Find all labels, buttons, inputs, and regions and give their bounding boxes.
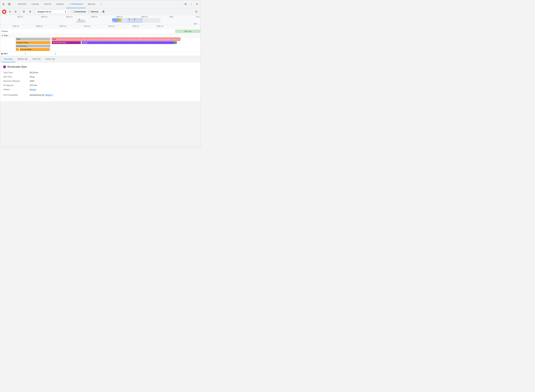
gpu-label[interactable]: ▶ GPU bbox=[0, 53, 16, 55]
tab-summary[interactable]: Summary bbox=[1, 56, 15, 62]
summary-row-total-time: Total Time 55.20 ms bbox=[3, 71, 197, 74]
memory-checkbox[interactable] bbox=[88, 11, 90, 13]
pending-for-label: Pending for bbox=[3, 84, 28, 86]
first-invalidated-link[interactable]: VM262:1 bbox=[45, 94, 53, 96]
summary-title-text: Recalculate Style bbox=[7, 65, 27, 68]
flame-task-1[interactable]: Task bbox=[16, 38, 50, 41]
flame-label-tasks bbox=[0, 37, 16, 41]
memory-checkbox-label[interactable]: Memory bbox=[88, 10, 98, 13]
timeline-overview[interactable]: 500 ms 1000 ms 1500 ms 2000 ms 2500 ms 3… bbox=[0, 15, 200, 25]
ruler-2050: 2050 ms bbox=[60, 25, 66, 27]
flame-anonymous[interactable]: (anonymous) bbox=[16, 45, 50, 47]
svg-rect-7 bbox=[112, 18, 142, 23]
record-button[interactable] bbox=[2, 9, 6, 14]
top-bar-icons bbox=[1, 2, 11, 6]
gpu-content bbox=[16, 51, 200, 56]
ruler-2000: 2000 ms bbox=[91, 16, 98, 18]
elements-affected-value: 1520 bbox=[30, 80, 34, 82]
screenshots-checkbox-label[interactable]: Screenshots bbox=[72, 10, 86, 13]
flame-task-2[interactable]: Task bbox=[52, 38, 180, 41]
svg-rect-0 bbox=[8, 3, 9, 5]
more-button[interactable]: ⋮ bbox=[189, 2, 193, 6]
summary-color-swatch bbox=[3, 65, 6, 68]
total-time-value: 55.20 ms bbox=[30, 71, 38, 74]
flame-content-tasks: Task Task bbox=[16, 37, 200, 41]
frames-row: Frames 116.7 ms bbox=[0, 29, 200, 34]
flame-content-setinner: set innerHTML P...L bbox=[16, 48, 200, 51]
flame-row-anonymous: (anonymous) bbox=[0, 44, 200, 48]
main-arrow: ▼ bbox=[1, 34, 3, 37]
first-invalidated-value: (anonymous) @ bbox=[30, 94, 44, 96]
ruler-3000: 3000 ms bbox=[141, 16, 148, 18]
first-invalidated-content: (anonymous) @ VM262:1 bbox=[30, 94, 53, 96]
cursor-icon[interactable] bbox=[1, 2, 6, 6]
flame-label-evaluate bbox=[0, 41, 16, 44]
tab-separator-right bbox=[181, 2, 181, 6]
flame-evaluate-script[interactable]: Evaluate Script bbox=[16, 41, 50, 44]
tab-console[interactable]: Console bbox=[29, 0, 41, 8]
top-bar-right: ⚙ ⋮ ✕ bbox=[183, 2, 199, 6]
screenshots-checkbox[interactable] bbox=[72, 11, 74, 13]
flame-label-setinner bbox=[0, 48, 16, 51]
download-button[interactable]: ⬇ bbox=[28, 9, 32, 14]
url-dropdown-icon: ▾ bbox=[65, 10, 66, 13]
url-value: jlwagner.net #1 bbox=[38, 10, 51, 13]
toolbar-left: ↻ ⊘ bbox=[2, 9, 18, 14]
first-invalidated-label: First Invalidated bbox=[3, 94, 28, 96]
tab-call-tree[interactable]: Call Tree bbox=[30, 56, 43, 62]
gpu-tick-2 bbox=[55, 53, 55, 55]
ruler-3500: 3500 bbox=[169, 16, 173, 18]
main-text: Main bbox=[4, 34, 8, 37]
svg-rect-1 bbox=[10, 4, 10, 5]
reload-button[interactable]: ↻ bbox=[8, 9, 12, 14]
ruler-2500: 2500 ms bbox=[116, 16, 123, 18]
main-header[interactable]: ▼ Main bbox=[0, 34, 200, 37]
toolbar-divider-1 bbox=[19, 10, 20, 14]
url-selector[interactable]: jlwagner.net #1 ▾ bbox=[36, 10, 67, 14]
summary-panel: Recalculate Style Total Time 55.20 ms Se… bbox=[0, 62, 200, 101]
tab-network[interactable]: Network bbox=[54, 0, 66, 8]
initiator-reveal-link[interactable]: Reveal bbox=[30, 88, 36, 91]
close-button[interactable]: ✕ bbox=[195, 2, 199, 6]
self-time-value: 19 μs bbox=[30, 76, 35, 78]
clear-button[interactable]: ⊘ bbox=[13, 9, 18, 14]
ruler-500: 500 ms bbox=[17, 16, 23, 18]
net-label: NET bbox=[194, 23, 197, 25]
frames-content: 116.7 ms bbox=[16, 29, 200, 33]
ruler-2000: 2000 ms bbox=[36, 25, 42, 27]
tab-event-log[interactable]: Event Log bbox=[43, 56, 57, 62]
upload-button[interactable]: ⬆ bbox=[22, 9, 26, 14]
ruler-1500: 1500 ms bbox=[66, 16, 73, 18]
memory-label: Memory bbox=[91, 10, 98, 13]
tab-elements[interactable]: Elements bbox=[15, 0, 29, 8]
timeline-ruler: 1950 ms 2000 ms 2050 ms 2100 ms 2150 ms … bbox=[0, 25, 200, 29]
tab-performance[interactable]: ⚠ Performance bbox=[66, 0, 85, 8]
summary-title: Recalculate Style bbox=[3, 65, 197, 68]
bottom-tabs: Summary Bottom-Up Call Tree Event Log bbox=[0, 56, 200, 62]
tab-bottom-up[interactable]: Bottom-Up bbox=[15, 56, 30, 62]
performance-toolbar: ↻ ⊘ ⬆ ⬇ jlwagner.net #1 ▾ Screenshots Me… bbox=[0, 8, 200, 15]
flame-layout[interactable]: Layout bbox=[82, 41, 174, 44]
trash-button[interactable]: 🗑 bbox=[102, 10, 105, 13]
summary-row-elements-affected: Elements Affected 1520 bbox=[3, 80, 197, 82]
flame-set-inner-html[interactable]: set innerHTML bbox=[20, 48, 50, 51]
main-tab-list: Elements Console Sources Network ⚠ Perfo… bbox=[15, 0, 179, 8]
frames-label: Frames bbox=[0, 30, 16, 33]
summary-row-first-invalidated: First Invalidated (anonymous) @ VM262:1 bbox=[3, 94, 197, 96]
flame-chart: Task Task Evaluate Script Recalculate St… bbox=[0, 37, 200, 51]
device-icon[interactable] bbox=[7, 2, 11, 6]
warning-icon: ⚠ bbox=[69, 3, 71, 5]
toolbar-right: ⚙ bbox=[194, 9, 198, 14]
tab-memory[interactable]: Memory bbox=[85, 0, 98, 8]
flame-recalculate-style[interactable]: Recalculate Style bbox=[52, 41, 81, 44]
tab-sources[interactable]: Sources bbox=[41, 0, 54, 8]
settings-button[interactable]: ⚙ bbox=[183, 2, 188, 6]
capture-settings-button[interactable]: ⚙ bbox=[194, 9, 198, 14]
tab-more[interactable]: » bbox=[98, 0, 104, 8]
summary-row-initiator: Initiator Reveal bbox=[3, 88, 197, 91]
top-bar: Elements Console Sources Network ⚠ Perfo… bbox=[0, 0, 200, 8]
elements-affected-label: Elements Affected bbox=[3, 80, 28, 82]
detail-timeline: 1950 ms 2000 ms 2050 ms 2100 ms 2150 ms … bbox=[0, 25, 200, 56]
frame-block[interactable]: 116.7 ms bbox=[175, 30, 200, 33]
flame-row-setinner: set innerHTML P...L bbox=[0, 48, 200, 51]
